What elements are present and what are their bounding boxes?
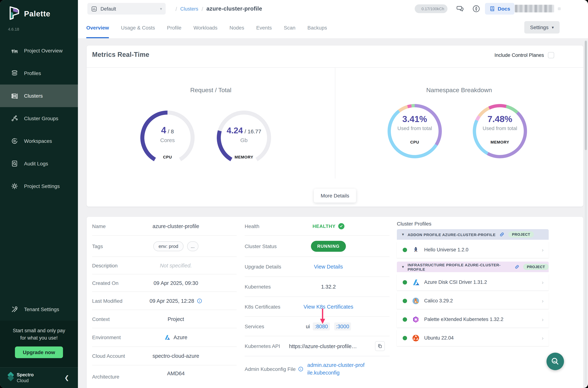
detail-label: Cloud Account [92, 353, 125, 359]
chevron-right-icon: › [542, 335, 543, 341]
profile-item-calico[interactable]: Calico 3.29.2 › [397, 292, 549, 309]
details-left-column: Name azure-cluster-profile Tags env: pro… [92, 217, 237, 388]
tab-overview[interactable]: Overview [86, 18, 109, 38]
user-name-redacted[interactable] [515, 5, 554, 12]
kubernetes-api-url: https://azure-cluster-profile… [289, 343, 357, 349]
tabs-bar: Overview Usage & Costs Profile Workloads… [78, 18, 588, 38]
layers-icon [11, 70, 18, 77]
book-icon [489, 6, 495, 12]
detail-row-k8s-certificates: K8s Certificates View K8s Certificates [245, 297, 390, 316]
detail-row-created-on: Created On 09 Apr 2025, 09:30 [92, 274, 237, 292]
profile-item-name: Ubuntu 22.04 [424, 335, 542, 341]
server-icon [11, 92, 18, 99]
profile-item-hello-universe[interactable]: Hello Universe 1.2.0 › [397, 242, 549, 258]
sidebar-item-workspaces[interactable]: Workspaces [0, 130, 78, 152]
detail-label: Context [92, 316, 110, 322]
chevron-down-icon: ▾ [402, 265, 404, 269]
detail-value: Not specified. [132, 263, 220, 268]
tag-overflow-pill[interactable]: ... [187, 241, 198, 251]
link-icon [499, 232, 505, 237]
breadcrumb-separator: / [176, 6, 177, 12]
calico-icon [412, 297, 419, 304]
view-details-link[interactable]: View Details [314, 264, 343, 270]
namespace-cpu-subtitle: Used from total [385, 125, 444, 131]
sidebar-item-project-overview[interactable]: Project Overview [0, 39, 78, 62]
sidebar-item-label: Project Settings [24, 183, 60, 189]
project-badge: PROJECT [508, 231, 534, 238]
detail-value: 1.32.2 [285, 284, 372, 290]
addon-profile-header[interactable]: ▾ ADDON PROFILE AZURE-CLUSTER-PROFILE PR… [397, 229, 549, 240]
sidebar-item-clusters[interactable]: Clusters [0, 85, 78, 107]
azure-icon [164, 335, 170, 340]
tag-pill[interactable]: env: prod [154, 241, 183, 251]
sidebar-item-label: Tenant Settings [24, 306, 59, 312]
namespace-memory-label: MEMORY [471, 140, 529, 144]
sidebar-item-project-settings[interactable]: Project Settings [0, 175, 78, 197]
detail-value: azure-cluster-profile [132, 223, 220, 229]
profile-item-name: Palette eXtended Kubernetes 1.32.2 [424, 316, 542, 322]
tab-usage-costs[interactable]: Usage & Costs [121, 18, 155, 38]
status-dot-icon [403, 317, 407, 321]
breadcrumb: / Clusters / azure-cluster-profile [176, 0, 262, 18]
chevron-right-icon: › [542, 298, 543, 304]
info-icon[interactable] [197, 298, 202, 303]
profile-item-ubuntu[interactable]: Ubuntu 22.04 › [397, 330, 549, 346]
sidebar-item-audit-logs[interactable]: Audit Logs [0, 152, 78, 175]
tab-profile[interactable]: Profile [167, 18, 181, 38]
detail-label: Environment [92, 335, 121, 340]
docs-button[interactable]: Docs [485, 3, 515, 15]
copy-icon[interactable] [375, 341, 385, 351]
scrollbar-thumb[interactable] [585, 41, 587, 150]
sidebar-item-profiles[interactable]: Profiles [0, 62, 78, 85]
sidebar-item-tenant-settings[interactable]: Tenant Settings [0, 298, 78, 321]
profile-item-pxk[interactable]: Palette eXtended Kubernetes 1.32.2 › [397, 311, 549, 328]
include-control-planes-checkbox[interactable] [548, 52, 554, 58]
detail-label: Admin Kubeconfig File [245, 366, 296, 372]
metrics-title: Metrics Real-Time [92, 51, 149, 59]
gear-icon [11, 183, 18, 190]
infrastructure-profile-header[interactable]: ▾ INFRASTRUCTURE PROFILE AZURE-CLUSTER-P… [397, 262, 549, 272]
collapse-sidebar-icon[interactable]: ❮ [64, 374, 69, 381]
link-icon [515, 264, 520, 270]
tab-nodes[interactable]: Nodes [229, 18, 244, 38]
tab-workloads[interactable]: Workloads [194, 18, 218, 38]
service-port-link[interactable]: :3000 [334, 322, 351, 330]
include-control-planes-label: Include Control Planes [495, 52, 544, 58]
tab-scan[interactable]: Scan [284, 18, 295, 38]
nodes-icon [11, 115, 18, 122]
detail-label: Description [92, 263, 118, 268]
footer-brand: SpectroCloud [17, 372, 34, 384]
kubeconfig-file-link[interactable]: admin.azure-cluster-profile.kubeconfig [307, 362, 365, 377]
profile-item-azure-disk-csi[interactable]: Azure Disk CSI Driver 1.31.2 › [397, 274, 549, 290]
project-badge: PROJECT [523, 264, 549, 270]
sidebar-item-cluster-groups[interactable]: Cluster Groups [0, 107, 78, 130]
detail-label: Architecture [92, 374, 119, 380]
detail-row-description: Description Not specified. [92, 257, 237, 274]
tab-events[interactable]: Events [256, 18, 272, 38]
compass-icon[interactable] [472, 4, 481, 13]
sidebar-item-label: Profiles [24, 70, 41, 76]
settings-button[interactable]: Settings ▾ [524, 21, 560, 33]
detail-value: AMD64 [132, 370, 220, 376]
view-k8s-certificates-link[interactable]: View K8s Certificates [303, 304, 353, 310]
detail-row-environment: Environment Azure [92, 328, 237, 347]
detail-row-architecture: Architecture AMD64 [92, 365, 237, 388]
tab-backups[interactable]: Backups [307, 18, 327, 38]
sidebar-item-label: Cluster Groups [24, 116, 58, 121]
detail-label: Upgrade Details [245, 264, 281, 270]
more-details-button[interactable]: More Details [314, 189, 356, 203]
chat-icon[interactable] [455, 4, 464, 13]
info-icon[interactable] [298, 366, 303, 372]
namespace-cpu-label: CPU [385, 140, 444, 144]
brand-name: Palette [24, 9, 50, 18]
upgrade-now-button[interactable]: Upgrade now [15, 346, 63, 358]
status-dot-icon [403, 247, 407, 252]
check-circle-icon [338, 223, 344, 229]
project-selector[interactable]: Default ▾ [87, 3, 166, 15]
promo-text: Start small and only pay for what you us… [0, 327, 78, 341]
annotation-arrow-icon [319, 308, 326, 325]
search-fab-button[interactable] [546, 353, 564, 370]
detail-value: 09 Apr 2025, 09:30 [132, 280, 220, 286]
breadcrumb-clusters-link[interactable]: Clusters [180, 6, 198, 11]
sidebar: Palette 4.6.18 Project Overview Profiles… [0, 0, 78, 388]
